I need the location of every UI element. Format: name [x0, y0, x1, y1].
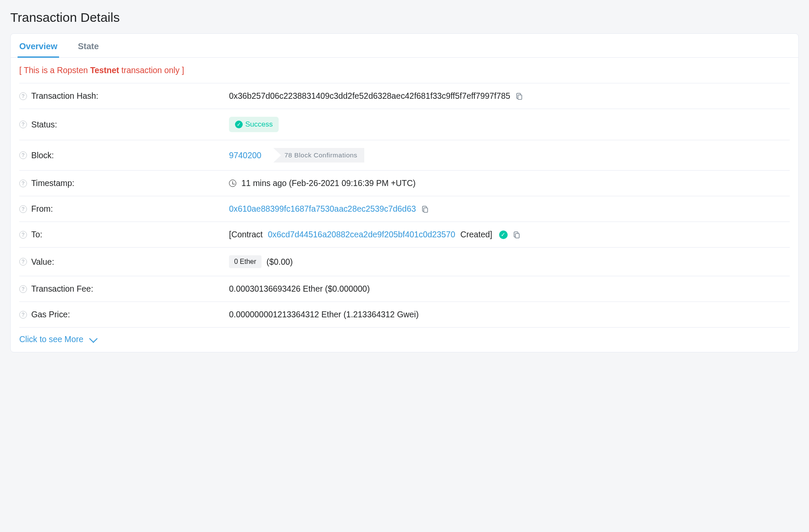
to-suffix: Created] [460, 230, 492, 239]
check-icon: ✓ [235, 121, 243, 128]
help-icon[interactable]: ? [19, 92, 27, 100]
help-icon[interactable]: ? [19, 311, 27, 319]
value-gasprice: 0.000000001213364312 Ether (1.213364312 … [229, 310, 419, 319]
tab-state[interactable]: State [76, 34, 101, 57]
label-timestamp: Timestamp: [31, 178, 74, 188]
help-icon[interactable]: ? [19, 151, 27, 159]
notice-prefix: [ This is a Ropsten [19, 65, 90, 75]
see-more-label: Click to see More [19, 334, 83, 344]
verified-icon: ✓ [499, 231, 508, 239]
see-more-button[interactable]: Click to see More [19, 328, 790, 348]
label-hash: Transaction Hash: [31, 91, 98, 101]
copy-icon[interactable] [421, 205, 429, 213]
to-prefix: [Contract [229, 230, 263, 239]
confirmations-badge: 78 Block Confirmations [274, 148, 364, 163]
help-icon[interactable]: ? [19, 121, 27, 128]
label-fee: Transaction Fee: [31, 284, 93, 294]
label-from: From: [31, 204, 53, 214]
help-icon[interactable]: ? [19, 180, 27, 187]
value-fee: 0.00030136693426 Ether ($0.000000) [229, 284, 370, 294]
help-icon[interactable]: ? [19, 285, 27, 293]
row-value: ? Value: 0 Ether ($0.00) [19, 248, 790, 276]
row-status: ? Status: ✓ Success [19, 109, 790, 140]
notice-bold: Testnet [90, 65, 119, 75]
value-ether-pill: 0 Ether [229, 255, 262, 268]
help-icon[interactable]: ? [19, 231, 27, 239]
from-address-link[interactable]: 0x610ae88399fc1687fa7530aac28ec2539c7d6d… [229, 204, 416, 214]
chevron-down-icon [89, 334, 98, 343]
page-title: Transaction Details [10, 10, 799, 25]
row-timestamp: ? Timestamp: 11 mins ago (Feb-26-2021 09… [19, 171, 790, 196]
value-usd: ($0.00) [267, 257, 293, 267]
svg-rect-1 [424, 208, 428, 213]
help-icon[interactable]: ? [19, 205, 27, 213]
row-block: ? Block: 9740200 78 Block Confirmations [19, 140, 790, 171]
label-gasprice: Gas Price: [31, 310, 70, 319]
value-timestamp: 11 mins ago (Feb-26-2021 09:16:39 PM +UT… [241, 178, 416, 188]
label-to: To: [31, 230, 42, 239]
row-to: ? To: [Contract 0x6cd7d44516a20882cea2de… [19, 222, 790, 248]
row-fee: ? Transaction Fee: 0.00030136693426 Ethe… [19, 276, 790, 302]
clock-icon [229, 180, 236, 187]
notice-suffix: transaction only ] [119, 65, 184, 75]
tab-overview[interactable]: Overview [18, 34, 59, 57]
to-address-link[interactable]: 0x6cd7d44516a20882cea2de9f205bf401c0d235… [268, 230, 455, 239]
row-hash: ? Transaction Hash: 0x36b257d06c22388314… [19, 83, 790, 109]
label-block: Block: [31, 151, 54, 160]
copy-icon[interactable] [515, 92, 523, 100]
row-gasprice: ? Gas Price: 0.000000001213364312 Ether … [19, 302, 790, 328]
help-icon[interactable]: ? [19, 258, 27, 266]
status-text: Success [245, 120, 273, 129]
content: [ This is a Ropsten Testnet transaction … [11, 58, 798, 352]
block-number-link[interactable]: 9740200 [229, 151, 262, 160]
copy-icon[interactable] [513, 231, 520, 239]
tabs: Overview State [11, 34, 798, 58]
label-value: Value: [31, 257, 54, 267]
svg-rect-2 [515, 233, 519, 238]
value-hash: 0x36b257d06c2238831409c3dd2fe52d6328aec4… [229, 91, 510, 101]
testnet-notice: [ This is a Ropsten Testnet transaction … [19, 58, 790, 83]
transaction-card: Overview State [ This is a Ropsten Testn… [10, 33, 799, 352]
label-status: Status: [31, 120, 57, 130]
svg-rect-0 [518, 95, 522, 100]
status-badge: ✓ Success [229, 117, 279, 132]
row-from: ? From: 0x610ae88399fc1687fa7530aac28ec2… [19, 196, 790, 222]
